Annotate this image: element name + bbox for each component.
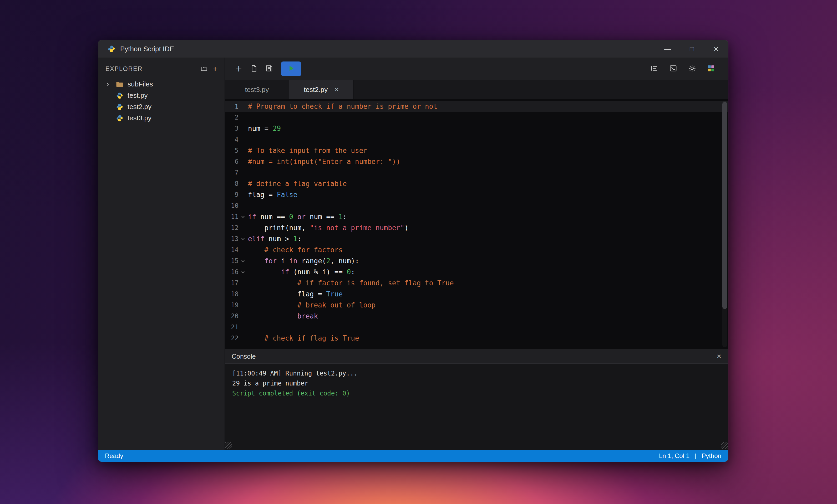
code-line-17[interactable]: 17 # if factor is found, set flag to Tru… xyxy=(225,278,728,288)
fold-spacer xyxy=(238,189,247,200)
code-area: 1# Program to check if a number is prime… xyxy=(225,101,728,344)
tab-label: test3.py xyxy=(245,86,269,94)
content-area: + xyxy=(225,58,728,450)
fold-spacer xyxy=(238,200,247,211)
toolbar-right-group xyxy=(647,61,719,76)
tools-icon xyxy=(707,64,715,73)
save-button[interactable] xyxy=(262,61,277,76)
code-line-1[interactable]: 1# Program to check if a number is prime… xyxy=(225,101,728,112)
title-bar[interactable]: Python Script IDE — □ × xyxy=(98,40,728,58)
code-line-8[interactable]: 8# define a flag variable xyxy=(225,178,728,189)
code-line-20[interactable]: 20 break xyxy=(225,311,728,322)
tree-item-label: test3.py xyxy=(127,114,152,122)
tab-test3.py[interactable]: test3.py xyxy=(225,80,289,99)
tree-file-test3.py[interactable]: test3.py xyxy=(98,112,225,124)
close-icon: × xyxy=(714,44,719,54)
code-text: print(num, "is not a prime number") xyxy=(247,222,728,234)
code-line-4[interactable]: 4 xyxy=(225,134,728,145)
chevron-right-icon[interactable] xyxy=(105,82,115,87)
tree-file-test2.py[interactable]: test2.py xyxy=(98,101,225,112)
tree-folder-subFiles[interactable]: subFiles xyxy=(98,78,225,90)
code-line-19[interactable]: 19 # break out of loop xyxy=(225,300,728,311)
close-button[interactable]: × xyxy=(704,40,728,58)
window-title: Python Script IDE xyxy=(120,45,174,53)
tools-button[interactable] xyxy=(704,61,719,76)
line-number: 18 xyxy=(225,288,238,300)
open-file-button[interactable] xyxy=(246,61,262,76)
line-number: 3 xyxy=(225,123,238,134)
console-line: Script completed (exit code: 0) xyxy=(232,388,721,398)
resize-grip-right[interactable] xyxy=(721,442,728,449)
format-button[interactable] xyxy=(647,61,662,76)
new-file-toolbar-button[interactable]: + xyxy=(231,61,246,76)
code-line-13[interactable]: 13elif num > 1: xyxy=(225,234,728,244)
console-close-icon[interactable]: × xyxy=(716,352,721,361)
code-line-7[interactable]: 7 xyxy=(225,167,728,178)
code-text xyxy=(247,200,728,211)
fold-spacer xyxy=(238,123,247,134)
code-line-11[interactable]: 11if num == 0 or num == 1: xyxy=(225,211,728,222)
status-language: Python xyxy=(701,452,721,460)
minimize-icon: — xyxy=(664,45,671,53)
line-number: 22 xyxy=(225,333,238,344)
code-line-6[interactable]: 6#num = int(input("Enter a number: ")) xyxy=(225,156,728,167)
run-button[interactable] xyxy=(281,61,301,76)
explorer-header: EXPLORER + xyxy=(98,62,225,78)
console-header: Console × xyxy=(225,349,728,363)
ide-window: Python Script IDE — □ × EXPLORER + xyxy=(98,40,728,462)
editor: 1# Program to check if a number is prime… xyxy=(225,99,728,349)
code-line-21[interactable]: 21 xyxy=(225,322,728,333)
editor-scrollbar[interactable] xyxy=(722,101,727,348)
code-text: # if factor is found, set flag to True xyxy=(247,278,728,288)
code-text: #num = int(input("Enter a number: ")) xyxy=(247,156,728,167)
terminal-button[interactable] xyxy=(665,61,681,76)
fold-spacer xyxy=(238,288,247,300)
code-line-10[interactable]: 10 xyxy=(225,200,728,211)
code-text: flag = False xyxy=(247,189,728,200)
code-line-16[interactable]: 16 if (num % i) == 0: xyxy=(225,266,728,278)
status-ready: Ready xyxy=(105,452,123,460)
file-tree: subFilestest.pytest2.pytest3.py xyxy=(98,78,225,124)
tree-file-test.py[interactable]: test.py xyxy=(98,90,225,101)
tab-test2.py[interactable]: test2.py× xyxy=(289,80,354,99)
minimize-button[interactable]: — xyxy=(656,40,680,58)
line-number: 2 xyxy=(225,112,238,123)
new-folder-button[interactable] xyxy=(200,65,208,73)
fold-spacer xyxy=(238,333,247,344)
line-number: 11 xyxy=(225,211,238,222)
code-line-12[interactable]: 12 print(num, "is not a prime number") xyxy=(225,222,728,234)
scrollbar-thumb[interactable] xyxy=(722,102,727,309)
fold-chevron-icon[interactable] xyxy=(238,256,247,266)
code-text xyxy=(247,167,728,178)
line-number: 20 xyxy=(225,311,238,322)
code-line-18[interactable]: 18 flag = True xyxy=(225,288,728,300)
code-line-2[interactable]: 2 xyxy=(225,112,728,123)
theme-toggle-button[interactable] xyxy=(684,61,700,76)
line-number: 10 xyxy=(225,200,238,211)
line-number: 9 xyxy=(225,189,238,200)
code-line-15[interactable]: 15 for i in range(2, num): xyxy=(225,256,728,266)
toolbar: + xyxy=(225,58,728,80)
maximize-button[interactable]: □ xyxy=(680,40,704,58)
code-line-5[interactable]: 5# To take input from the user xyxy=(225,145,728,156)
fold-spacer xyxy=(238,311,247,322)
code-text xyxy=(247,112,728,123)
console-title: Console xyxy=(232,353,256,360)
tab-close-icon[interactable]: × xyxy=(335,86,339,93)
fold-chevron-icon[interactable] xyxy=(238,266,247,278)
explorer-title: EXPLORER xyxy=(105,66,143,73)
console-line: 29 is a prime number xyxy=(232,378,721,388)
code-line-3[interactable]: 3num = 29 xyxy=(225,123,728,134)
line-number: 7 xyxy=(225,167,238,178)
new-file-button[interactable]: + xyxy=(212,65,218,73)
code-line-9[interactable]: 9flag = False xyxy=(225,189,728,200)
code-line-22[interactable]: 22 # check if flag is True xyxy=(225,333,728,344)
code-line-14[interactable]: 14 # check for factors xyxy=(225,244,728,256)
line-number: 15 xyxy=(225,256,238,266)
status-bar: Ready Ln 1, Col 1 | Python xyxy=(98,450,728,462)
fold-chevron-icon[interactable] xyxy=(238,234,247,244)
fold-chevron-icon[interactable] xyxy=(238,211,247,222)
fold-spacer xyxy=(238,145,247,156)
resize-grip-left[interactable] xyxy=(225,442,232,449)
line-number: 14 xyxy=(225,244,238,256)
